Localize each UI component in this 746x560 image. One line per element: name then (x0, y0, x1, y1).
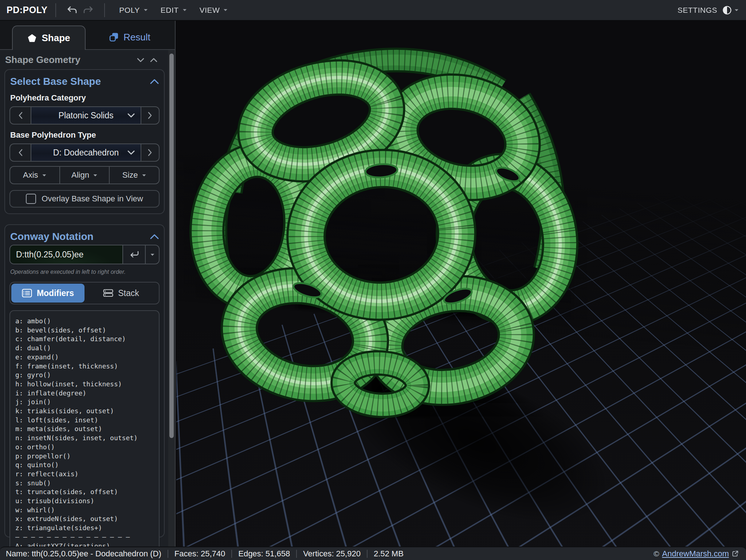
status-filesize: 2.52 MB (374, 549, 404, 559)
tab-stack[interactable]: Stack (85, 284, 158, 303)
modifier-line: q: quinto() (15, 461, 154, 470)
modifier-line: f: frame(inset, thickness) (15, 362, 154, 371)
conway-notation-input[interactable] (10, 245, 122, 264)
status-edges: Edges: 51,658 (238, 549, 290, 559)
tab-modifiers-label: Modifiers (37, 288, 74, 298)
axis-button[interactable]: Axis (10, 167, 59, 184)
overlay-base-shape-checkbox[interactable]: Overlay Base Shape in View (9, 190, 160, 208)
modifier-line: u: trisub(divisions) (15, 497, 154, 506)
category-select[interactable]: Platonic Solids (31, 107, 141, 124)
modifier-line: n: insetN(sides, inset, outset) (15, 434, 154, 443)
modifier-line: o: ortho() (15, 443, 154, 452)
modifier-line: p: propellor() (15, 452, 154, 461)
modifier-stack-tabs: Modifiers Stack (9, 282, 160, 304)
size-button[interactable]: Size (109, 167, 159, 184)
type-value: D: Dodecahedron (53, 148, 119, 158)
panel-title-text: Conway Notation (10, 231, 94, 242)
chevron-down-icon (127, 150, 135, 155)
panel-title-text: Select Base Shape (10, 76, 101, 87)
type-prev-button[interactable] (10, 144, 31, 161)
app-logo: PD:POLY (7, 5, 47, 15)
divider (231, 550, 232, 558)
category-next-button[interactable] (141, 107, 159, 124)
theme-half-circle-icon (722, 5, 732, 15)
size-label: Size (122, 170, 138, 180)
menu-view-label: VIEW (200, 6, 220, 15)
tab-modifiers[interactable]: Modifiers (11, 284, 85, 303)
modifier-line: w: whirl() (15, 506, 154, 515)
align-button[interactable]: Align (59, 167, 109, 184)
divider (55, 3, 56, 17)
type-next-button[interactable] (141, 144, 159, 161)
undo-icon (67, 6, 78, 15)
modifier-line: g: gyro() (15, 371, 154, 380)
modifier-line: j: join() (15, 398, 154, 407)
type-label: Base Polyhedron Type (10, 130, 159, 140)
redo-icon (83, 6, 94, 15)
modifier-line: s: snub() (15, 479, 154, 488)
modifier-line: d: dual() (15, 344, 154, 353)
modifier-reference-list[interactable]: a: ambo()b: bevel(sides, offset)c: chamf… (9, 310, 160, 560)
modifier-line: b: bevel(sides, offset) (15, 326, 154, 335)
cube-icon (109, 32, 119, 42)
chevron-down-icon[interactable] (137, 58, 144, 62)
tab-result[interactable]: Result (109, 28, 150, 46)
caret-down-icon (734, 9, 739, 12)
chevron-up-icon[interactable] (150, 58, 157, 62)
modifier-line: k: triakis(sides, outset) (15, 407, 154, 416)
menu-edit-label: EDIT (161, 6, 179, 15)
caret-down-icon (42, 174, 47, 177)
menu-view[interactable]: VIEW (200, 6, 228, 15)
menu-edit[interactable]: EDIT (161, 6, 187, 15)
modifier-line: i: inflate(degree) (15, 389, 154, 398)
transform-button-group: Axis Align Size (9, 166, 160, 184)
section-shape-geometry[interactable]: Shape Geometry (5, 54, 162, 66)
modifier-line: a: ambo() (15, 317, 154, 326)
caret-down-icon (182, 8, 187, 12)
modifier-line: e: expand() (15, 353, 154, 362)
panel-conway-notation: Conway Notation Operations are executed … (4, 224, 165, 537)
category-label: Polyhedra Category (10, 93, 159, 103)
modifier-line: r: reflect(axis) (15, 470, 154, 479)
theme-toggle[interactable] (722, 5, 739, 15)
axis-label: Axis (23, 170, 38, 180)
caret-down-icon (143, 8, 148, 12)
settings-button[interactable]: SETTINGS (678, 6, 717, 15)
credit-link[interactable]: AndrewMarsh.com (662, 549, 729, 559)
menu-poly[interactable]: POLY (119, 6, 148, 15)
align-label: Align (71, 170, 89, 180)
tab-result-label: Result (123, 32, 150, 43)
overlay-label: Overlay Base Shape in View (42, 194, 143, 204)
viewport-3d[interactable] (176, 21, 746, 560)
collapse-chevron-up-icon[interactable] (150, 234, 159, 239)
divider (296, 550, 297, 558)
modifier-line: z: triangulate(sides+) (15, 524, 154, 533)
divider (104, 3, 105, 17)
conway-input-group (9, 245, 160, 264)
chevron-down-icon (127, 113, 135, 118)
sidebar-tabbar: Shape Result (0, 21, 175, 50)
tab-shape[interactable]: Shape (12, 25, 86, 50)
conway-presets-button[interactable] (145, 245, 159, 264)
external-link-icon (732, 550, 739, 557)
category-value: Platonic Solids (59, 111, 114, 121)
tab-shape-label: Shape (42, 32, 70, 44)
conway-apply-button[interactable] (122, 245, 145, 264)
statusbar: Name: tth(0.25,0.05)ee - Dodecahedron (D… (0, 547, 746, 560)
modifier-line: m: meta(sides, outset) (15, 425, 154, 434)
category-prev-button[interactable] (10, 107, 31, 124)
credit: © AndrewMarsh.com (653, 549, 739, 559)
sidebar-scrollbar[interactable] (168, 50, 175, 560)
redo-button[interactable] (80, 3, 96, 17)
undo-button[interactable] (64, 3, 80, 17)
front-ring (301, 162, 462, 308)
sidebar-scrollbar-thumb[interactable] (169, 54, 174, 438)
tab-stack-label: Stack (118, 288, 139, 298)
type-select[interactable]: D: Dodecahedron (31, 144, 141, 161)
conway-note: Operations are executed in left to right… (10, 269, 159, 275)
collapse-chevron-up-icon[interactable] (150, 79, 159, 84)
polyhedron-model[interactable] (179, 35, 587, 421)
status-name: Name: tth(0.25,0.05)ee - Dodecahedron (D… (6, 549, 161, 559)
enter-icon (128, 250, 140, 259)
checkbox-icon (26, 194, 36, 204)
